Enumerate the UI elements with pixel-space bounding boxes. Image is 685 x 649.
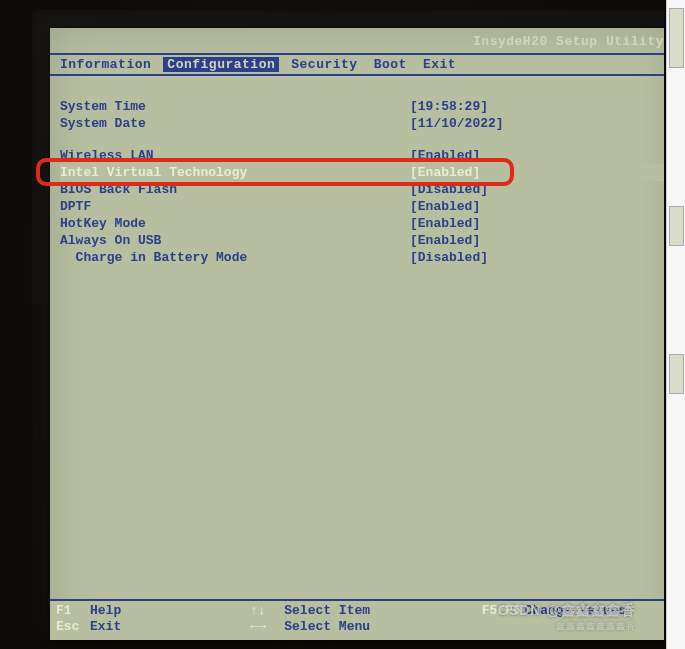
setting-value[interactable]: [Enabled]	[410, 199, 530, 214]
watermark-main: CSDN @鑫鑫鑫鑫香	[498, 602, 636, 618]
setting-value[interactable]: [11/10/2022]	[410, 116, 530, 131]
select-menu-label: Select Menu	[284, 619, 370, 634]
settings-panel: System Time [19:58:29] System Date [11/1…	[50, 76, 664, 574]
page-title: InsydeH20 Setup Utility	[50, 28, 664, 53]
spacer	[60, 132, 664, 147]
setting-row[interactable]: DPTF [Enabled]	[60, 198, 664, 215]
bios-screen: InsydeH20 Setup Utility Information Conf…	[50, 28, 664, 640]
setting-label: Wireless LAN	[60, 148, 410, 163]
updown-icon: ↑↓	[250, 603, 280, 618]
exit-label: Exit	[90, 619, 121, 634]
thumbnail-strip	[666, 0, 685, 649]
setting-label: Intel Virtual Technology	[60, 165, 410, 180]
setting-row-selected[interactable]: Intel Virtual Technology [Enabled]	[60, 164, 664, 181]
watermark: CSDN @鑫鑫鑫鑫香 鑫鑫鑫鑫鑫鑫鑫香	[498, 602, 636, 633]
setting-label: System Time	[60, 99, 410, 114]
setting-label: Charge in Battery Mode	[60, 250, 410, 265]
setting-label: HotKey Mode	[60, 216, 410, 231]
tab-boot[interactable]: Boot	[370, 57, 411, 72]
tab-configuration[interactable]: Configuration	[163, 57, 279, 72]
setting-label: Always On USB	[60, 233, 410, 248]
setting-row[interactable]: System Time [19:58:29]	[60, 98, 664, 115]
setting-label: DPTF	[60, 199, 410, 214]
exit-key: Esc	[56, 619, 86, 634]
setting-row[interactable]: Charge in Battery Mode [Disabled]	[60, 249, 664, 266]
setting-value[interactable]: [Enabled]	[410, 233, 530, 248]
setting-row[interactable]: BIOS Back Flash [Disabled]	[60, 181, 664, 198]
setting-value[interactable]: [19:58:29]	[410, 99, 530, 114]
setting-value[interactable]: [Disabled]	[410, 182, 530, 197]
setting-value[interactable]: [Enabled]	[410, 216, 530, 231]
tab-security[interactable]: Security	[287, 57, 361, 72]
watermark-sub: 鑫鑫鑫鑫鑫鑫鑫香	[498, 620, 636, 633]
select-item-label: Select Item	[284, 603, 370, 618]
setting-value[interactable]: [Enabled]	[410, 165, 530, 180]
leftright-icon: ←→	[250, 619, 280, 634]
setting-row[interactable]: HotKey Mode [Enabled]	[60, 215, 664, 232]
setting-row[interactable]: Always On USB [Enabled]	[60, 232, 664, 249]
tab-exit[interactable]: Exit	[419, 57, 460, 72]
menu-bar: Information Configuration Security Boot …	[50, 53, 664, 76]
setting-row[interactable]: System Date [11/10/2022]	[60, 115, 664, 132]
tab-information[interactable]: Information	[56, 57, 155, 72]
help-label: Help	[90, 603, 121, 618]
thumbnail[interactable]	[669, 206, 684, 246]
setting-value[interactable]: [Disabled]	[410, 250, 530, 265]
setting-value[interactable]: [Enabled]	[410, 148, 530, 163]
setting-row[interactable]: Wireless LAN [Enabled]	[60, 147, 664, 164]
photo-frame: InsydeH20 Setup Utility Information Conf…	[0, 0, 664, 649]
thumbnail[interactable]	[669, 8, 684, 68]
thumbnail[interactable]	[669, 354, 684, 394]
setting-label: BIOS Back Flash	[60, 182, 410, 197]
setting-label: System Date	[60, 116, 410, 131]
help-key: F1	[56, 603, 86, 618]
